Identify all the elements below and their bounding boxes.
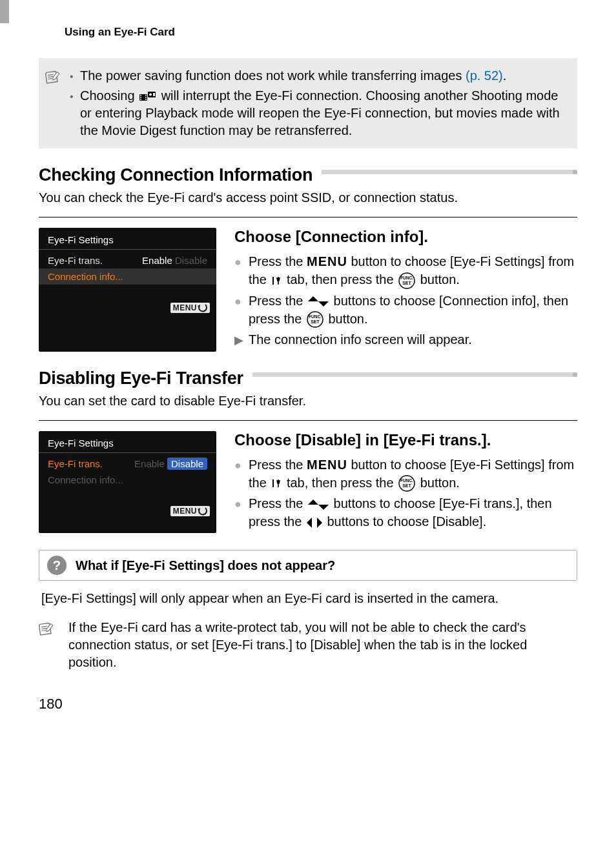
heading-rule	[322, 170, 577, 181]
tip-title: What if [Eye-Fi Settings] does not appea…	[76, 558, 335, 573]
lcd-row-selected: Connection info...	[39, 268, 216, 285]
menu-button-label: MENU	[307, 458, 347, 472]
page-tab-indicator	[0, 0, 9, 23]
hollow-bullet-icon: ●	[234, 292, 249, 310]
step-text: button.	[416, 476, 460, 490]
movie-digest-icon	[139, 92, 156, 102]
step-title: Choose [Disable] in [Eye-Fi trans.].	[234, 431, 577, 449]
question-mark-icon: ?	[47, 556, 67, 575]
step-text: Press the	[249, 254, 307, 268]
note-box-top: • The power saving function does not wor…	[39, 58, 577, 148]
menu-text: MENU	[173, 303, 197, 312]
final-note-text: If the Eye-Fi card has a write-protect t…	[68, 619, 577, 671]
note-item: • The power saving function does not wor…	[70, 67, 567, 85]
page-number: 180	[39, 696, 577, 712]
final-note: If the Eye-Fi card has a write-protect t…	[39, 619, 577, 671]
note-text: .	[503, 68, 507, 83]
bullet-icon: •	[70, 87, 80, 104]
tip-answer: [Eye-Fi Settings] will only appear when …	[41, 590, 575, 607]
menu-button-label: MENU	[307, 254, 347, 268]
lcd-title: Eye-Fi Settings	[39, 234, 216, 249]
lcd-menu-return: MENU	[170, 506, 210, 516]
heading-rule	[252, 372, 577, 384]
lcd-row-selected: Eye-Fi trans. Enable Disable	[39, 456, 216, 472]
note-item: • Choosing will interrupt the Eye-Fi con…	[70, 87, 567, 139]
step-text: Press the	[249, 294, 307, 308]
step-text: tab, then press the	[283, 272, 397, 287]
menu-text: MENU	[173, 507, 197, 516]
note-pencil-icon	[44, 67, 62, 87]
step-text: Press the	[249, 458, 307, 472]
step-instruction: ● Press the buttons to choose [Eye-Fi tr…	[234, 494, 577, 530]
step-text: button.	[416, 272, 460, 287]
divider	[39, 217, 577, 217]
lcd-label-selected: Connection info...	[48, 271, 123, 282]
running-header: Using an Eye-Fi Card	[65, 26, 577, 39]
note-pencil-icon	[37, 620, 56, 640]
lcd-menu-return: MENU	[170, 303, 210, 313]
divider	[39, 420, 577, 421]
step-text: tab, then press the	[283, 476, 397, 490]
step-text: The connection info screen will appear.	[249, 330, 472, 348]
section-heading: Checking Connection Information	[39, 165, 313, 185]
lcd-label-selected: Eye-Fi trans.	[48, 458, 103, 469]
func-set-icon	[398, 272, 415, 289]
section-heading: Disabling Eye-Fi Transfer	[39, 368, 243, 389]
lcd-label: Eye-Fi trans.	[48, 255, 103, 266]
lcd-row: Eye-Fi trans. Enable Disable	[39, 252, 216, 268]
lcd-label-dim: Connection info...	[48, 474, 123, 485]
lcd-screenshot: Eye-Fi Settings Eye-Fi trans. Enable Dis…	[39, 228, 216, 352]
hollow-bullet-icon: ●	[234, 456, 249, 474]
tip-box: ? What if [Eye-Fi Settings] does not app…	[39, 550, 577, 581]
hollow-bullet-icon: ●	[234, 494, 249, 512]
page-reference-link[interactable]: (p. 52)	[466, 68, 503, 83]
step-result: ▶ The connection info screen will appear…	[234, 330, 577, 348]
up-down-icon	[308, 500, 329, 510]
left-right-icon	[307, 518, 322, 528]
lcd-value-selected: Enable	[142, 255, 172, 266]
lcd-value-dim: Disable	[175, 255, 207, 266]
return-arrow-icon	[197, 507, 207, 516]
lcd-title: Eye-Fi Settings	[39, 438, 216, 452]
lcd-value-pill: Disable	[167, 458, 207, 470]
tools-tab-icon	[271, 478, 282, 489]
step-instruction: ● Press the MENU button to choose [Eye-F…	[234, 252, 577, 289]
lcd-row: Connection info...	[39, 472, 216, 488]
note-text: The power saving function does not work …	[80, 68, 466, 83]
result-arrow-icon: ▶	[234, 330, 249, 348]
lcd-screenshot: Eye-Fi Settings Eye-Fi trans. Enable Dis…	[39, 431, 216, 534]
func-set-icon	[307, 311, 323, 328]
step-instruction: ● Press the MENU button to choose [Eye-F…	[234, 456, 577, 492]
section-intro: You can set the card to disable Eye-Fi t…	[39, 392, 577, 410]
step-text: buttons to choose [Disable].	[323, 514, 486, 529]
step-title: Choose [Connection info].	[234, 228, 577, 246]
note-text: Choosing	[80, 88, 138, 103]
hollow-bullet-icon: ●	[234, 252, 249, 270]
step-text: Press the	[249, 496, 307, 510]
bullet-icon: •	[70, 67, 80, 84]
lcd-value-dim: Enable	[134, 458, 165, 469]
func-set-icon	[398, 475, 415, 492]
step-text: button.	[325, 312, 368, 326]
up-down-icon	[308, 296, 329, 307]
section-intro: You can check the Eye-Fi card's access p…	[39, 189, 577, 207]
step-instruction: ● Press the buttons to choose [Connectio…	[234, 292, 577, 328]
return-arrow-icon	[197, 303, 207, 312]
tools-tab-icon	[271, 275, 282, 287]
